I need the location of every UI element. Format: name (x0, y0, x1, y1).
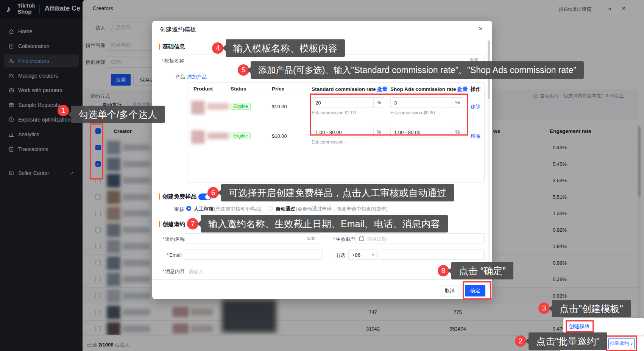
callout-5-text: 添加产品(可多选)、输入"Standard commission rate"、"… (251, 61, 584, 79)
callout-8-text: 点击 “确定” (451, 262, 513, 279)
cancel-button[interactable]: 取消 (441, 285, 458, 296)
col-std-rate: Standard commission rate 批量 (312, 86, 387, 93)
product-image-blur (191, 130, 205, 144)
free-sample-section-title: 创建免费样品 (162, 193, 196, 200)
chevron-down-icon: ∨ (371, 252, 374, 257)
modal-title: 创建邀约模板 (160, 26, 196, 34)
price-value: $10.00 (272, 104, 287, 109)
callout-1-text: 勾选单个/多个达人 (71, 106, 165, 123)
std-batch-link[interactable]: 批量 (377, 86, 387, 92)
callout-1-number: 1 (58, 105, 69, 116)
email-input[interactable] (185, 250, 323, 260)
callout-4-text: 输入模板名称、模板内容 (226, 39, 345, 57)
manual-review-label: 人工审核 (194, 206, 214, 212)
annotation-box-checkboxes (90, 123, 103, 179)
section-bar (159, 44, 160, 50)
product-name-blur (207, 133, 229, 139)
auto-approve-radio[interactable] (268, 206, 273, 211)
add-product-link[interactable]: 添加产品 (187, 73, 207, 80)
valid-until-input[interactable]: 选择日期 (355, 233, 485, 243)
valid-until-placeholder: 选择日期 (367, 236, 387, 243)
callout-6-number: 6 (207, 187, 219, 198)
annotation-box-commission (310, 94, 468, 136)
product-image-blur (191, 101, 205, 114)
message-label: *消息内容 (162, 268, 185, 275)
phone-input[interactable] (380, 250, 485, 260)
product-label: 产品 (175, 73, 185, 80)
auto-approve-label: 自动通过 (276, 206, 295, 212)
callout-7-number: 7 (187, 218, 198, 229)
ads-batch-link[interactable]: 批量 (457, 86, 468, 92)
manual-review-desc: (寄送前审核每个样品) (214, 206, 262, 212)
callout-4-number: 4 (212, 42, 223, 54)
calendar-icon (359, 236, 364, 241)
auto-approve-desc: (会自动通过申请，包含申请中包含的变体) (296, 206, 388, 212)
status-badge: Eligible (231, 103, 251, 110)
col-price: Price (272, 86, 284, 92)
annotation-box-bulk-invite (606, 335, 637, 351)
phone-code-select[interactable]: +86 ∨ (348, 250, 378, 260)
template-name-label: *模板名称 (162, 58, 184, 64)
callout-6-text: 可选择开启创建免费样品，点击人工审核或自动通过 (221, 184, 454, 201)
std-est-commission: Est.commission:- (312, 139, 346, 145)
section-bar (159, 193, 160, 200)
callout-2-number: 2 (515, 335, 526, 347)
annotation-box-create-template (566, 320, 594, 332)
remove-link[interactable]: 移除 (471, 133, 480, 140)
remove-link[interactable]: 移除 (471, 103, 480, 110)
modal-footer-divider (152, 279, 492, 280)
screen: ♪ TikTok Shop Affiliate Ce Home Collabor… (0, 0, 644, 351)
section-bar (159, 221, 160, 227)
callout-3-text: 点击"创建模板" (552, 300, 631, 317)
manual-review-radio[interactable] (186, 206, 191, 211)
product-name-blur (207, 103, 229, 110)
modal-close-icon[interactable]: × (479, 25, 483, 33)
callout-3-number: 3 (538, 303, 550, 314)
invite-name-input[interactable] (185, 233, 320, 243)
col-ads-rate: Shop Ads commission rate 批量 (390, 86, 468, 93)
annotation-box-confirm (463, 281, 491, 300)
callout-2-text: 点击"批量邀约" (529, 332, 607, 350)
col-status: Status (231, 86, 246, 92)
col-action: 操作 (471, 86, 481, 93)
divider (152, 38, 492, 38)
callout-8-number: 8 (438, 265, 449, 276)
email-label: *Email (167, 252, 182, 258)
message-placeholder: 请输入 (189, 268, 203, 275)
invite-name-counter: 0/30 (307, 236, 315, 241)
review-label: 审核 (174, 206, 184, 213)
create-invite-section-title: 创建邀约 (162, 221, 185, 228)
col-product: Product (193, 86, 213, 92)
status-badge: Eligible (231, 133, 251, 139)
phone-label: 电话 (335, 252, 345, 259)
callout-7-text: 输入邀约名称、生效截止日期、Email、电话、消息内容 (201, 215, 448, 232)
price-value: $10.00 (272, 133, 287, 139)
valid-until-label: *生效截至 (333, 236, 356, 243)
invite-name-label: *邀约名称 (162, 236, 185, 243)
basic-info-section-title: 基础信息 (162, 43, 185, 50)
